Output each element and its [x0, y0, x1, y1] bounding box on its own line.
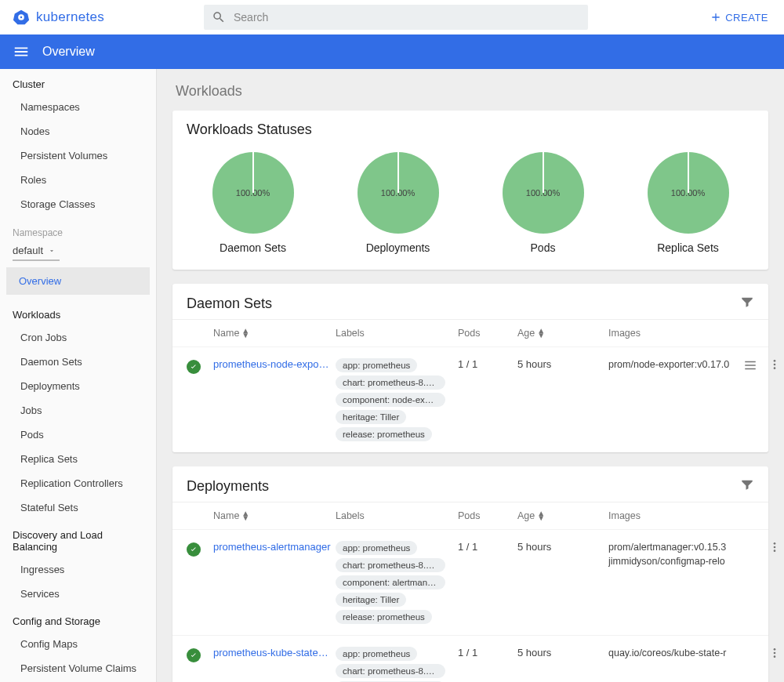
status-pie-pods: 100.00%Pods	[503, 152, 584, 254]
svg-point-11	[774, 655, 776, 658]
search-input[interactable]	[234, 11, 580, 24]
label-chip: chart: prometheus-8.1.0	[336, 558, 445, 572]
status-success-icon	[187, 648, 201, 662]
sidebar-section-cluster[interactable]: Cluster	[0, 69, 156, 95]
pie-name: Deployments	[366, 241, 430, 254]
sidebar-item-pods[interactable]: Pods	[0, 423, 156, 447]
status-success-icon	[187, 360, 201, 374]
search-box[interactable]	[204, 5, 588, 30]
filter-icon[interactable]	[740, 295, 754, 313]
pie-percent: 100.00%	[236, 188, 270, 198]
table-row: prometheus-alertmanagerapp: prometheusch…	[172, 529, 768, 635]
kebab-menu-icon[interactable]	[767, 358, 782, 371]
sidebar-item-storage-classes[interactable]: Storage Classes	[0, 192, 156, 216]
main-content: Workloads Workloads Statuses 100.00%Daem…	[157, 69, 784, 682]
label-chip: release: prometheus	[336, 610, 432, 624]
pods-cell: 1 / 1	[458, 647, 513, 658]
sidebar-section-workloads[interactable]: Workloads	[0, 299, 156, 325]
sidebar-item-overview[interactable]: Overview	[6, 267, 150, 295]
sidebar-item-replica-sets[interactable]: Replica Sets	[0, 447, 156, 471]
col-name[interactable]: Name▲▼	[213, 328, 331, 339]
top-bar: kubernetes CREATE	[0, 0, 784, 34]
kubernetes-logo-icon	[13, 9, 30, 26]
sidebar-item-deployments[interactable]: Deployments	[0, 374, 156, 398]
status-pie-deployments: 100.00%Deployments	[358, 152, 439, 254]
sidebar-item-persistent-volumes[interactable]: Persistent Volumes	[0, 143, 156, 168]
namespace-select[interactable]: default	[13, 245, 143, 256]
namespace-selected: default	[13, 245, 43, 256]
pods-cell: 1 / 1	[458, 541, 513, 553]
sidebar-item-replication-controllers[interactable]: Replication Controllers	[0, 471, 156, 495]
col-images: Images	[608, 328, 734, 339]
page-breadcrumb: Overview	[42, 45, 95, 59]
label-chip: app: prometheus	[336, 541, 417, 555]
sidebar-item-jobs[interactable]: Jobs	[0, 398, 156, 423]
pie-name: Daemon Sets	[220, 241, 286, 254]
pie-chart: 100.00%	[358, 152, 439, 234]
sidebar-item-config-maps[interactable]: Config Maps	[0, 632, 156, 656]
col-pods: Pods	[458, 510, 513, 521]
namespace-underline	[13, 259, 60, 261]
kebab-menu-icon[interactable]	[767, 541, 782, 553]
brand-text: kubernetes	[36, 9, 104, 25]
dropdown-icon	[48, 247, 56, 255]
labels-cell: app: prometheuschart: prometheus-8.1.0co…	[336, 647, 453, 682]
create-label: CREATE	[725, 12, 768, 24]
create-button[interactable]: CREATE	[710, 11, 768, 24]
sidebar-item-persistent-volume-claims[interactable]: Persistent Volume Claims	[0, 656, 156, 680]
label-chip: heritage: Tiller	[336, 410, 406, 424]
card-deployments: Deployments Name▲▼ Labels Pods Age▲▼ Ima…	[172, 466, 768, 682]
pods-cell: 1 / 1	[458, 358, 513, 370]
label-chip: component: alertmanager	[336, 575, 445, 589]
brand[interactable]: kubernetes	[13, 9, 104, 26]
svg-point-5	[774, 367, 776, 369]
images-cell: quay.io/coreos/kube-state-r	[608, 647, 734, 661]
svg-point-6	[774, 542, 776, 545]
col-name[interactable]: Name▲▼	[213, 510, 331, 521]
sidebar-item-cron-jobs[interactable]: Cron Jobs	[0, 325, 156, 350]
logs-icon[interactable]	[739, 358, 762, 372]
sidebar-item-roles[interactable]: Roles	[0, 168, 156, 192]
status-success-icon	[187, 542, 201, 557]
col-images: Images	[608, 510, 734, 521]
resource-name-link[interactable]: prometheus-kube-state-met	[213, 647, 331, 658]
col-age[interactable]: Age▲▼	[517, 328, 604, 339]
pie-chart: 100.00%	[648, 152, 729, 234]
sidebar-item-nodes[interactable]: Nodes	[0, 119, 156, 143]
labels-cell: app: prometheuschart: prometheus-8.1.0co…	[336, 358, 453, 441]
sort-icon: ▲▼	[537, 328, 545, 338]
filter-icon[interactable]	[740, 477, 754, 495]
resource-name-link[interactable]: prometheus-node-exporter	[213, 358, 331, 370]
sidebar-item-services[interactable]: Services	[0, 582, 156, 606]
sort-icon: ▲▼	[241, 511, 249, 521]
sidebar-section-discovery[interactable]: Discovery and Load Balancing	[0, 520, 156, 557]
kebab-menu-icon[interactable]	[767, 647, 782, 659]
svg-point-8	[774, 550, 776, 552]
label-chip: release: prometheus	[336, 427, 432, 441]
sidebar-item-namespaces[interactable]: Namespaces	[0, 95, 156, 119]
card-daemon-sets: Daemon Sets Name▲▼ Labels Pods Age▲▼ Ima…	[172, 284, 768, 452]
images-cell: prom/alertmanager:v0.15.3jimmidyson/conf…	[608, 541, 734, 568]
sort-icon: ▲▼	[241, 328, 249, 338]
sidebar-item-stateful-sets[interactable]: Stateful Sets	[0, 495, 156, 520]
pie-name: Replica Sets	[657, 241, 719, 254]
pie-chart: 100.00%	[212, 152, 294, 234]
page-title: Workloads	[176, 83, 768, 100]
pie-name: Pods	[531, 241, 556, 254]
age-cell: 5 hours	[517, 541, 604, 553]
resource-name-link[interactable]: prometheus-alertmanager	[213, 541, 331, 553]
col-age[interactable]: Age▲▼	[517, 510, 604, 521]
label-chip: chart: prometheus-8.1.0	[336, 664, 445, 678]
svg-point-7	[774, 546, 776, 549]
card-title-statuses: Workloads Statuses	[172, 111, 768, 144]
sidebar-section-config[interactable]: Config and Storage	[0, 606, 156, 632]
status-pie-replica-sets: 100.00%Replica Sets	[648, 152, 729, 254]
col-pods: Pods	[458, 328, 513, 339]
hamburger-icon[interactable]	[13, 43, 30, 60]
svg-point-4	[774, 364, 776, 366]
pie-percent: 100.00%	[526, 188, 560, 198]
sidebar-item-daemon-sets[interactable]: Daemon Sets	[0, 350, 156, 374]
namespace-label: Namespace	[0, 216, 156, 240]
plus-icon	[710, 11, 722, 24]
sidebar-item-ingresses[interactable]: Ingresses	[0, 557, 156, 582]
